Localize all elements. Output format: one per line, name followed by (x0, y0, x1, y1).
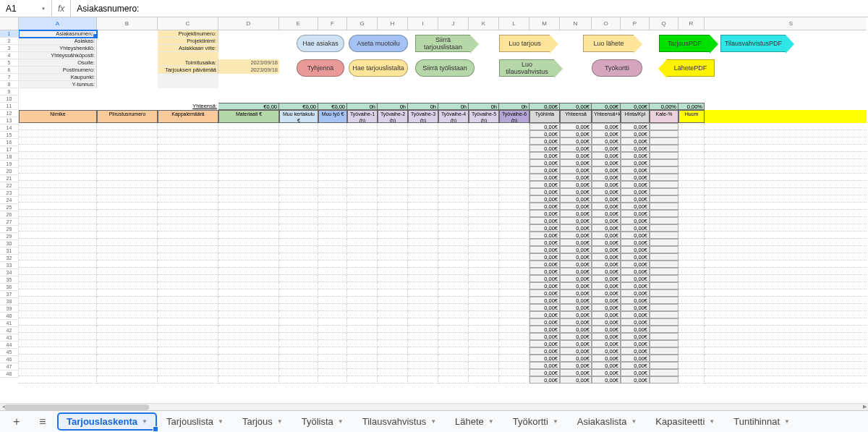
cell[interactable]: 0h (469, 103, 499, 110)
cell[interactable] (408, 174, 438, 181)
cell[interactable]: 0,00€ (560, 217, 592, 224)
cell[interactable] (499, 130, 529, 137)
cell[interactable] (469, 304, 499, 311)
cell[interactable] (318, 224, 347, 232)
cell[interactable] (347, 96, 378, 103)
row-header-12[interactable]: 12 (0, 110, 19, 117)
cell[interactable] (678, 347, 705, 355)
cell[interactable] (279, 275, 318, 282)
cell[interactable] (438, 224, 469, 232)
cell[interactable] (469, 188, 499, 195)
cell[interactable] (218, 268, 279, 275)
cell[interactable]: Yhteensä: (158, 103, 218, 110)
cell[interactable] (408, 52, 438, 59)
cell[interactable]: 0,00€ (621, 246, 650, 253)
cell[interactable] (279, 340, 318, 347)
cell[interactable] (678, 195, 705, 203)
cell[interactable] (218, 30, 279, 38)
cell[interactable] (378, 96, 408, 103)
cell[interactable] (378, 81, 408, 88)
cell[interactable] (469, 130, 499, 137)
column-header-K[interactable]: K (469, 17, 499, 30)
cell[interactable] (678, 304, 705, 311)
cell[interactable] (218, 88, 279, 96)
cell[interactable] (705, 304, 867, 311)
cell[interactable]: 0,00€ (621, 333, 650, 340)
cell[interactable] (705, 137, 867, 145)
cell[interactable] (499, 137, 529, 145)
cell[interactable] (438, 340, 469, 347)
cell[interactable] (408, 239, 438, 246)
cell[interactable] (158, 174, 218, 181)
cell[interactable] (469, 123, 499, 130)
cell[interactable] (499, 376, 529, 384)
cell[interactable] (347, 275, 378, 282)
row-header-47[interactable]: 47 (0, 363, 19, 370)
cell[interactable] (438, 333, 469, 340)
cell[interactable] (318, 174, 347, 181)
cell[interactable] (97, 137, 158, 145)
cell[interactable] (678, 152, 705, 159)
cell[interactable] (19, 318, 97, 326)
cell[interactable] (650, 203, 678, 210)
cell[interactable] (218, 333, 279, 340)
cell[interactable] (469, 376, 499, 384)
cell[interactable] (158, 232, 218, 239)
cell[interactable] (318, 362, 347, 369)
cell[interactable]: 0,00€ (592, 304, 621, 311)
cell[interactable] (438, 275, 469, 282)
cell[interactable]: Asiakas: (19, 38, 97, 45)
cell[interactable] (218, 376, 279, 384)
cell[interactable] (318, 52, 347, 59)
cell[interactable] (650, 123, 678, 130)
cell[interactable] (158, 217, 218, 224)
tyhjenna-button[interactable]: Tyhjennä (297, 59, 344, 77)
cell[interactable] (408, 130, 438, 137)
cell[interactable]: 0,00€ (560, 355, 592, 362)
cell[interactable] (318, 333, 347, 340)
cell[interactable] (97, 253, 158, 261)
cell[interactable] (499, 145, 529, 152)
cell[interactable] (318, 282, 347, 289)
cell[interactable] (499, 297, 529, 304)
cell[interactable] (318, 195, 347, 203)
cell[interactable] (318, 326, 347, 333)
cell[interactable] (678, 159, 705, 166)
cell[interactable]: 0,00€ (592, 217, 621, 224)
cell[interactable]: 0,00€ (560, 203, 592, 210)
column-header-P[interactable]: P (621, 17, 650, 30)
cell[interactable] (19, 268, 97, 275)
cell[interactable] (347, 145, 378, 152)
cell[interactable] (19, 311, 97, 318)
cell[interactable]: 0,00€ (529, 166, 560, 174)
cell[interactable] (378, 152, 408, 159)
cell[interactable] (499, 166, 529, 174)
cell[interactable] (318, 123, 347, 130)
cell[interactable] (378, 261, 408, 268)
cell[interactable] (499, 81, 529, 88)
cell[interactable] (279, 253, 318, 261)
cell[interactable] (378, 268, 408, 275)
cell[interactable] (279, 181, 318, 188)
cell[interactable] (705, 268, 867, 275)
cell[interactable] (705, 217, 867, 224)
cell[interactable] (499, 152, 529, 159)
cell[interactable] (347, 304, 378, 311)
cell[interactable]: 0,00€ (560, 304, 592, 311)
row-header-1[interactable]: 1 (0, 30, 19, 38)
cell[interactable]: 0,00€ (592, 311, 621, 318)
cell[interactable] (97, 130, 158, 137)
cell[interactable]: 0,00€ (560, 166, 592, 174)
cell[interactable] (499, 96, 529, 103)
cell[interactable] (347, 137, 378, 145)
column-header-M[interactable]: M (529, 17, 560, 30)
cell[interactable]: 0,00€ (529, 188, 560, 195)
header-cell[interactable]: Työvaihe-6 (h) (499, 110, 529, 123)
cell[interactable] (218, 369, 279, 376)
cell[interactable]: 0,00€ (529, 253, 560, 261)
cell[interactable] (97, 96, 158, 103)
row-header-44[interactable]: 44 (0, 342, 19, 349)
cell[interactable] (347, 326, 378, 333)
cell[interactable] (621, 96, 650, 103)
cell[interactable] (705, 145, 867, 152)
